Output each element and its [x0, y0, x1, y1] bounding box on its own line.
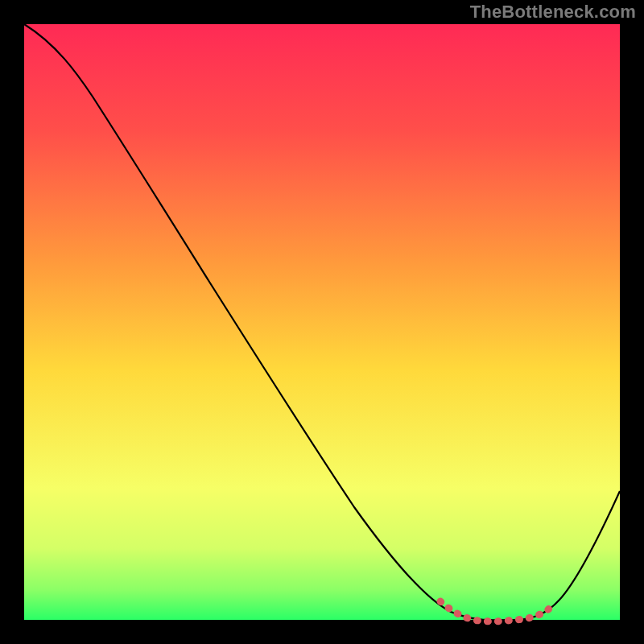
- chart-stage: TheBottleneck.com: [0, 0, 644, 644]
- watermark-text: TheBottleneck.com: [470, 2, 636, 23]
- chart-svg: [0, 0, 644, 644]
- plot-background: [24, 24, 620, 620]
